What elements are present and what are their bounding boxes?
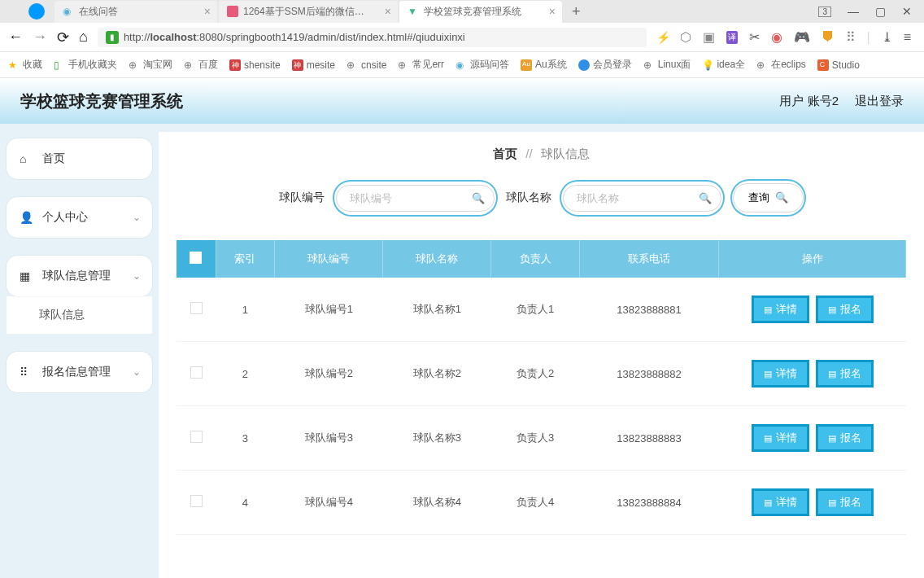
sidebar-item-team-management[interactable]: ▦ 球队信息管理 ⌄ [7,256,152,296]
cell-name: 球队名称4 [383,471,491,535]
signup-button[interactable]: ▤报名 [816,488,874,516]
bookmark-item[interactable]: ⊕Linux面 [643,58,691,72]
minimize-icon[interactable]: — [848,5,859,18]
reload-button[interactable]: ⟳ [57,28,69,46]
translate-icon[interactable]: 译 [726,31,738,44]
bookmark-item[interactable]: 💡idea全 [702,58,745,72]
bookmark-item[interactable]: ⊕cnsite [346,59,386,71]
sidebar-subitem-team-info[interactable]: 球队信息 [7,296,152,334]
browser-profile-icon[interactable] [28,3,45,20]
sidebar-item-label: 个人中心 [42,210,88,225]
browser-tab[interactable]: ◉在线问答× [54,1,217,23]
menu-icon[interactable]: ≡ [904,30,911,45]
chevron-down-icon: ⌄ [133,212,141,223]
new-tab-button[interactable]: + [564,3,589,20]
network-icon[interactable]: ◉ [771,29,782,45]
bookmark-label: cnsite [361,59,386,71]
bookmark-item[interactable]: ⊕常见err [398,58,444,72]
select-all-checkbox[interactable] [190,252,202,264]
doc-icon: ▤ [764,304,772,315]
shield-icon[interactable]: ⛊ [822,30,835,45]
close-tab-icon[interactable]: × [204,5,211,18]
tab-label: 学校篮球竞赛管理系统 [424,5,521,19]
hexagon-icon[interactable]: ⬡ [680,29,691,45]
bookmark-item[interactable]: AuAu系统 [521,58,567,72]
query-button[interactable]: 查询 🔍 [733,183,804,212]
bookmark-item[interactable]: 神mesite [292,59,335,71]
bookmark-item[interactable]: 神shensite [229,59,281,71]
signup-button[interactable]: ▤报名 [816,424,874,452]
url-field[interactable]: ▮ http://localhost:8080/springbooth1419/… [98,28,647,47]
team-name-input[interactable] [563,185,721,212]
gamepad-icon[interactable]: 🎮 [794,29,810,45]
breadcrumb-home[interactable]: 首页 [493,147,517,160]
phone-icon: ▯ [54,59,65,71]
toolbar-icons: ⬡ ▣ 译 ✂ ◉ 🎮 ⛊ ⠿ | ⤓ ≡ [680,29,917,45]
bookmark-item[interactable]: ⊕在eclips [756,58,806,72]
close-tab-icon[interactable]: × [549,5,556,18]
apps-icon[interactable]: ⠿ [846,29,856,45]
bookmark-item[interactable]: ◉源码问答 [455,58,509,72]
browser-tab-strip: ◉在线问答×1264基于SSM后端的微信公…×▼学校篮球竞赛管理系统× + 3 … [0,0,924,23]
search-icon: 🔍 [775,191,788,204]
cell-owner: 负责人4 [491,471,580,535]
team-code-input[interactable] [336,185,495,212]
detail-button[interactable]: ▤详情 [752,424,809,452]
bolt-icon[interactable]: ⚡ [656,31,670,44]
detail-button[interactable]: ▤详情 [752,296,809,323]
bilibili-icon [227,6,238,17]
window-count-badge: 3 [818,7,831,17]
browser-tab[interactable]: ▼学校篮球竞赛管理系统× [399,1,562,23]
row-checkbox[interactable] [190,431,203,443]
close-window-icon[interactable]: ✕ [902,5,912,18]
breadcrumb-current: 球队信息 [541,147,590,160]
bookmark-label: Studio [832,59,860,71]
maximize-icon[interactable]: ▢ [875,5,886,18]
vue-icon: ▼ [408,6,419,17]
doc-icon: ▤ [828,304,836,315]
address-bar: ← → ⟳ ⌂ ▮ http://localhost:8080/springbo… [0,23,924,52]
doc-icon: ▤ [764,497,772,508]
bookmark-item[interactable]: 会员登录 [578,58,632,72]
detail-button[interactable]: ▤详情 [752,488,809,516]
bookmark-label: 在eclips [771,58,806,72]
doc-icon: ▤ [764,433,772,444]
cell-ops: ▤详情▤报名 [719,278,906,342]
url-text: http://localhost:8080/springbooth1419/ad… [124,31,465,43]
sidebar-item-signup-management[interactable]: ⠿ 报名信息管理 ⌄ [7,352,152,392]
app-title: 学校篮球竞赛管理系统 [20,90,183,112]
bookmark-item[interactable]: ⊕百度 [184,58,218,72]
row-checkbox[interactable] [190,495,203,507]
row-checkbox[interactable] [190,302,203,314]
bookmark-item[interactable]: ⊕淘宝网 [129,58,172,72]
sidebar-item-home[interactable]: ⌂ 首页 [7,138,152,179]
download-square-icon[interactable]: ▣ [703,29,715,45]
signup-button[interactable]: ▤报名 [816,296,874,323]
close-tab-icon[interactable]: × [385,5,391,18]
chevron-down-icon: ⌄ [133,366,141,378]
download-icon[interactable]: ⤓ [882,29,892,45]
row-checkbox[interactable] [190,366,203,379]
cell-name: 球队名称2 [383,342,491,406]
bookmark-label: 会员登录 [593,58,632,72]
sidebar-item-personal[interactable]: 👤 个人中心 ⌄ [7,197,152,238]
logout-link[interactable]: 退出登录 [855,94,904,109]
home-button[interactable]: ⌂ [79,28,88,46]
back-button[interactable]: ← [8,28,23,46]
browser-tab[interactable]: 1264基于SSM后端的微信公…× [219,1,398,23]
bookmark-label: 常见err [412,58,444,72]
star-icon: ★ [8,59,20,71]
home-icon: ⌂ [20,152,34,165]
scissors-icon[interactable]: ✂ [749,29,760,45]
forward-button[interactable]: → [33,28,47,46]
lock-icon: ▮ [106,31,119,44]
bookmark-item[interactable]: ▯手机收藏夹 [54,58,117,72]
table-row: 1球队编号1球队名称1负责人113823888881▤详情▤报名 [177,278,906,342]
cell-name: 球队名称1 [383,278,491,342]
bookmark-item[interactable]: CStudio [817,59,860,71]
signup-button[interactable]: ▤报名 [816,360,874,388]
cell-index: 3 [216,406,275,471]
bookmark-item[interactable]: ★收藏 [8,58,42,72]
detail-button[interactable]: ▤详情 [752,360,809,388]
au-icon: Au [521,59,532,71]
